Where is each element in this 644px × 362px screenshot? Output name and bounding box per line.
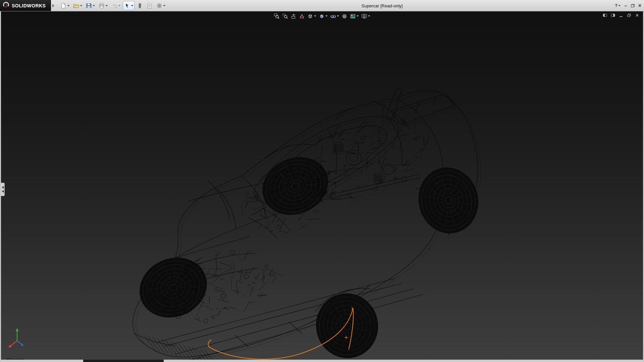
- toggle-right-pane-icon: [611, 13, 615, 18]
- edit-appearance-icon: [342, 13, 347, 19]
- graphics-area[interactable]: *Dimetric: [0, 11, 644, 362]
- section-view-icon: [299, 13, 305, 19]
- help-icon: ?: [615, 3, 618, 8]
- window-title: Supercar [Read-only]: [362, 3, 403, 8]
- document-window-controls: [602, 12, 640, 18]
- help-dropdown-caret-icon[interactable]: [619, 5, 621, 6]
- dropdown-caret-icon[interactable]: [93, 5, 95, 6]
- file-properties-icon: [147, 3, 153, 9]
- titlebar: SOLIDWORKS Supercar [Read-only] ? – ×: [0, 0, 644, 11]
- display-style-icon: [308, 13, 313, 19]
- section-view-button[interactable]: [298, 12, 306, 20]
- open-button[interactable]: [72, 1, 84, 10]
- dropdown-caret-icon[interactable]: [67, 5, 69, 6]
- brand-name: SOLIDWORKS: [12, 3, 46, 8]
- save-icon: [86, 3, 92, 9]
- zoom-to-fit-icon: [274, 13, 280, 19]
- new-document-icon: [60, 3, 66, 9]
- restore-button[interactable]: [631, 4, 635, 7]
- view-orientation-button[interactable]: [318, 12, 329, 20]
- new-document-button[interactable]: [59, 1, 71, 10]
- restore-document-icon: [627, 13, 632, 18]
- previous-view-icon: [291, 13, 297, 19]
- view-settings-button[interactable]: [361, 12, 371, 20]
- dropdown-caret-icon[interactable]: [357, 15, 359, 17]
- close-button[interactable]: ×: [638, 3, 641, 8]
- close-document-button[interactable]: [634, 12, 640, 18]
- options-icon: [156, 3, 162, 9]
- main-toolbar: [59, 1, 167, 10]
- minimize-button[interactable]: –: [624, 4, 627, 7]
- save-button[interactable]: [85, 1, 96, 10]
- restore-document-button[interactable]: [626, 12, 632, 18]
- previous-view-button[interactable]: [290, 12, 298, 20]
- toggle-left-pane-button[interactable]: [602, 12, 608, 18]
- view-settings-icon: [362, 13, 367, 19]
- solidworks-window: SOLIDWORKS Supercar [Read-only] ? – ×: [0, 0, 644, 362]
- dropdown-caret-icon[interactable]: [368, 15, 370, 17]
- status-strip-segment: [83, 360, 164, 362]
- feature-manager-collapsed-tab[interactable]: [1, 183, 5, 196]
- help-button[interactable]: ?: [615, 3, 621, 8]
- rebuild-button[interactable]: [136, 1, 144, 10]
- options-button[interactable]: [155, 1, 167, 10]
- dropdown-caret-icon[interactable]: [131, 5, 133, 6]
- zoom-to-fit-button[interactable]: [273, 12, 281, 20]
- undo-button[interactable]: [110, 1, 122, 10]
- hide-show-items-button[interactable]: [329, 12, 340, 20]
- toggle-left-pane-icon: [603, 13, 607, 18]
- select-button[interactable]: [123, 1, 135, 10]
- print-button[interactable]: [97, 1, 109, 10]
- expand-panel-arrow-icon: [2, 186, 4, 189]
- dropdown-caret-icon[interactable]: [106, 5, 108, 6]
- brand-area: SOLIDWORKS: [0, 0, 51, 11]
- minimize-document-button[interactable]: [618, 12, 624, 18]
- undo-icon: [111, 3, 117, 9]
- close-document-icon: [635, 13, 640, 18]
- wireframe-car-model: [1, 11, 643, 362]
- expand-panel-arrow-icon: [2, 190, 4, 193]
- print-icon: [99, 3, 105, 9]
- dassault-logo-icon: [3, 2, 9, 10]
- menu-expand-caret-icon[interactable]: [52, 4, 54, 7]
- open-icon: [73, 3, 79, 9]
- status-strip: [1, 360, 643, 362]
- dropdown-caret-icon[interactable]: [314, 15, 316, 17]
- dropdown-caret-icon[interactable]: [337, 15, 339, 17]
- toggle-right-pane-button[interactable]: [610, 12, 616, 18]
- dropdown-caret-icon[interactable]: [80, 5, 82, 6]
- display-style-button[interactable]: [307, 12, 317, 20]
- headsup-view-toolbar: [273, 12, 371, 20]
- apply-scene-icon: [350, 13, 356, 19]
- rebuild-icon: [137, 3, 143, 9]
- window-controls: ? – ×: [615, 0, 641, 11]
- view-orientation-icon: [319, 13, 325, 19]
- dropdown-caret-icon[interactable]: [118, 5, 120, 6]
- select-icon: [124, 3, 130, 9]
- zoom-to-area-icon: [282, 13, 288, 19]
- dropdown-caret-icon[interactable]: [163, 5, 165, 6]
- apply-scene-button[interactable]: [349, 12, 360, 20]
- zoom-to-area-button[interactable]: [281, 12, 289, 20]
- minimize-document-icon: [619, 13, 624, 18]
- hide-show-items-icon: [330, 13, 336, 19]
- file-properties-button[interactable]: [145, 1, 154, 10]
- reference-triad: [7, 325, 29, 352]
- dropdown-caret-icon[interactable]: [326, 15, 328, 17]
- edit-appearance-button[interactable]: [341, 12, 348, 20]
